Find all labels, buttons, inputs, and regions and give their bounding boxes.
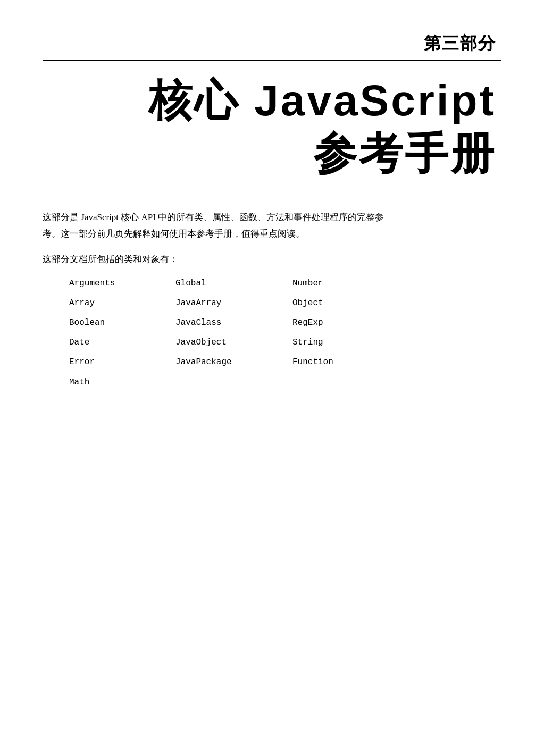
class-item [292,373,399,392]
class-item [175,373,292,392]
page: 第三部分 核心 JavaScript 参考手册 这部分是 JavaScript … [0,0,544,756]
main-title-line1: 核心 JavaScript [43,77,496,124]
class-item: String [292,333,399,352]
part-label: 第三部分 [424,33,496,53]
class-item: Object [292,293,399,313]
class-item: RegExp [292,313,399,333]
divider-line [43,60,501,61]
class-item: Global [175,274,292,293]
main-title-area: 核心 JavaScript 参考手册 [43,77,501,178]
description-area: 这部分是 JavaScript 核心 API 中的所有类、属性、函数、方法和事件… [43,209,501,392]
description-line2: 考。这一部分前几页先解释如何使用本参考手册，值得重点阅读。 [43,229,305,239]
description-paragraph: 这部分是 JavaScript 核心 API 中的所有类、属性、函数、方法和事件… [43,209,501,242]
class-item: Math [69,373,175,392]
class-item: JavaPackage [175,352,292,372]
main-title-line2: 参考手册 [43,130,496,178]
class-item: JavaObject [175,333,292,352]
class-item: Function [292,352,399,372]
class-item: Array [69,293,175,313]
class-item: Number [292,274,399,293]
part-label-area: 第三部分 [43,32,501,55]
class-item: Arguments [69,274,175,293]
description-line1: 这部分是 JavaScript 核心 API 中的所有类、属性、函数、方法和事件… [43,212,384,222]
classes-table: ArgumentsGlobalNumberArrayJavaArrayObjec… [69,274,501,392]
class-item: Boolean [69,313,175,333]
class-item: JavaArray [175,293,292,313]
class-item: Date [69,333,175,352]
class-item: JavaClass [175,313,292,333]
class-item: Error [69,352,175,372]
classes-intro: 这部分文档所包括的类和对象有： [43,253,501,265]
